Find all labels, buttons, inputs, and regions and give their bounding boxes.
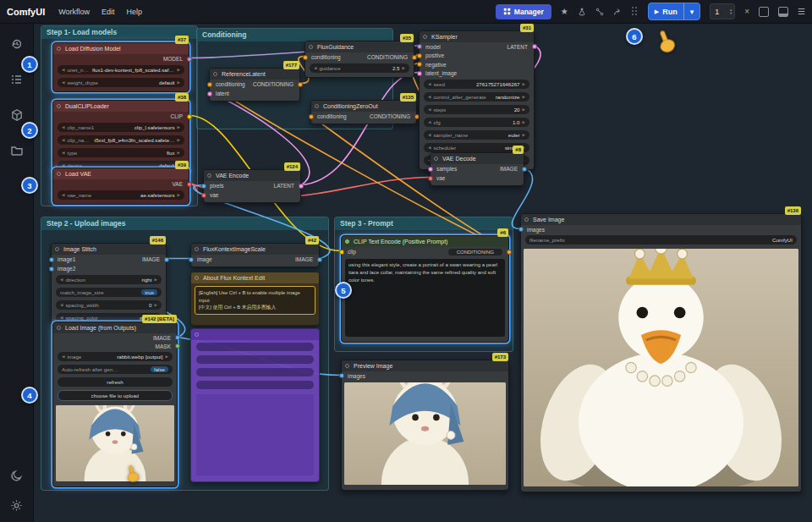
- group-conditioning-title[interactable]: Conditioning: [197, 29, 392, 41]
- widget-vae-name[interactable]: vae_name ae.safetensors: [58, 190, 184, 200]
- input-slot-image[interactable]: [189, 257, 194, 262]
- batch-count-stepper[interactable]: 1 ▴ ▾: [710, 3, 735, 19]
- menu-workflow[interactable]: Workflow: [58, 8, 90, 16]
- widget-filename-prefix[interactable]: filename_prefix ComfyUI: [525, 235, 797, 245]
- node-reference-latent[interactable]: #177 ReferenceLatent conditioning CONDIT…: [209, 68, 300, 102]
- refresh-button[interactable]: refresh: [58, 377, 173, 387]
- theme-toggle-moon-icon[interactable]: [10, 470, 23, 482]
- input-slot-images[interactable]: [339, 373, 344, 378]
- group-step2-title[interactable]: Step 2 - Upload images: [41, 217, 328, 230]
- input-slot-clip[interactable]: [339, 250, 344, 255]
- bottom-panel-icon[interactable]: [778, 7, 788, 17]
- run-button[interactable]: ▶ Run ▾: [648, 3, 700, 20]
- node-note-flux-kontext[interactable]: About Flux Kontext Edit [English] Use Ct…: [190, 272, 320, 326]
- node-flux-kontext-image-scale[interactable]: #42 FluxKontextImageScale image IMAGE: [190, 243, 320, 267]
- widget-clip-name2[interactable]: clip_name2 t5xxl_fp8_e4m3fn_scaled.safet…: [58, 135, 184, 145]
- widget-image-file[interactable]: image rabbit.webp [output]: [58, 352, 173, 361]
- output-slot-image[interactable]: [164, 257, 169, 262]
- node-title[interactable]: VAE Encode: [204, 170, 300, 181]
- output-slot-latent[interactable]: [299, 184, 304, 189]
- model-library-icon[interactable]: [10, 108, 24, 122]
- node-vae-encode[interactable]: #124 VAE Encode pixels LATENT vae: [203, 169, 301, 203]
- choose-file-button[interactable]: choose file to upload: [58, 390, 173, 401]
- node-title[interactable]: [191, 329, 319, 340]
- group-step1-title[interactable]: Step 1- Load models: [41, 26, 197, 39]
- node-vae-decode[interactable]: #8 VAE Decode samples IMAGE vae: [430, 152, 524, 186]
- output-slot-image[interactable]: [175, 335, 180, 340]
- decrement-icon[interactable]: ▾: [730, 12, 732, 15]
- menu-help[interactable]: Help: [127, 8, 143, 16]
- node-title[interactable]: FluxKontextImageScale: [191, 244, 319, 255]
- widget-match-image-size[interactable]: match_image_size true: [56, 288, 162, 297]
- input-slot-image1[interactable]: [49, 257, 54, 262]
- input-slot-model[interactable]: [417, 44, 422, 49]
- output-slot-latent[interactable]: [532, 44, 537, 49]
- widget-control-after-generate[interactable]: control_after_generate randomize: [424, 92, 529, 102]
- workflows-folder-icon[interactable]: [10, 144, 24, 157]
- input-slot-conditioning[interactable]: [309, 114, 314, 119]
- node-load-vae[interactable]: #39 Load VAE VAE vae_name ae.safetensors: [52, 168, 189, 205]
- group-step3-title[interactable]: Step 3 - Prompt: [335, 217, 513, 230]
- star-icon[interactable]: ★: [561, 8, 568, 16]
- widget-unet-name[interactable]: unet_name flux1-dev-kontext_fp8_scaled.s…: [58, 65, 184, 74]
- node-dual-clip-loader[interactable]: #38 DualCLIPLoader CLIP clip_name1 clip_…: [52, 100, 189, 175]
- input-slot-images[interactable]: [518, 227, 524, 232]
- node-title[interactable]: KSampler: [420, 31, 534, 42]
- input-slot-positive[interactable]: [417, 53, 422, 58]
- node-save-image[interactable]: #136 Save Image images filename_prefix C…: [520, 213, 802, 492]
- focus-mode-icon[interactable]: [759, 7, 769, 17]
- node-title[interactable]: ReferenceLatent: [210, 69, 299, 80]
- menu-edit[interactable]: Edit: [102, 8, 115, 16]
- output-slot-conditioning[interactable]: [298, 82, 303, 87]
- node-title[interactable]: CLIP Text Encode (Positive Prompt): [342, 236, 508, 247]
- node-title[interactable]: Preview Image: [342, 360, 508, 371]
- widget-muted[interactable]: [196, 368, 314, 376]
- node-title[interactable]: FluxGuidance: [305, 41, 414, 52]
- node-title[interactable]: Load Image (from Outputs): [53, 322, 177, 333]
- node-load-image-from-outputs[interactable]: #142 [BETA] Load Image (from Outputs) IM…: [52, 321, 178, 487]
- widget-muted[interactable]: [196, 343, 314, 351]
- widget-auto-refresh[interactable]: Auto-refresh after generation false: [58, 365, 173, 374]
- clear-queue-icon[interactable]: ×: [744, 8, 749, 16]
- node-load-diffusion-model[interactable]: #37 Load Diffusion Model MODEL unet_name…: [52, 42, 189, 92]
- queue-history-icon[interactable]: [10, 37, 24, 51]
- node-title[interactable]: ConditioningZeroOut: [311, 101, 416, 112]
- node-conditioning-zero-out[interactable]: #135 ConditioningZeroOut conditioning CO…: [310, 100, 417, 124]
- widget-spacing-width[interactable]: spacing_width 0: [56, 300, 162, 310]
- output-slot-vae[interactable]: [187, 182, 192, 187]
- flask-icon[interactable]: [578, 8, 586, 16]
- widget-guidance[interactable]: guidance 2.5: [310, 63, 409, 73]
- input-slot-latent-image[interactable]: [417, 71, 422, 76]
- manager-button[interactable]: Manager: [496, 4, 551, 19]
- node-graph-canvas[interactable]: Step 1- Load models Conditioning Step 2 …: [34, 24, 812, 522]
- node-title[interactable]: VAE Decode: [431, 153, 524, 164]
- node-title[interactable]: Image Stitch: [52, 244, 166, 255]
- input-slot-latent[interactable]: [207, 91, 212, 96]
- node-library-icon[interactable]: [10, 73, 24, 86]
- output-slot-image[interactable]: [317, 257, 322, 262]
- widget-seed[interactable]: seed 276175271646267: [424, 80, 529, 89]
- node-title[interactable]: Load VAE: [53, 168, 189, 179]
- input-slot-conditioning[interactable]: [207, 82, 212, 87]
- widget-sampler-name[interactable]: sampler_name euler: [424, 130, 529, 140]
- input-slot-conditioning[interactable]: [303, 55, 308, 60]
- prompt-textarea[interactable]: using this elegant style, create a portr…: [345, 259, 505, 337]
- node-title[interactable]: Save Image: [521, 214, 801, 225]
- input-slot-samples[interactable]: [428, 167, 433, 172]
- node-title[interactable]: DualCLIPLoader: [53, 101, 189, 112]
- output-slot-model[interactable]: [187, 57, 192, 62]
- widget-muted[interactable]: [196, 381, 314, 389]
- input-slot-negative[interactable]: [417, 62, 422, 67]
- node-clip-text-encode-positive[interactable]: #6 CLIP Text Encode (Positive Prompt) cl…: [341, 235, 509, 343]
- node-preview-image[interactable]: #173 Preview Image images: [341, 360, 509, 491]
- output-slot-clip[interactable]: [187, 114, 192, 119]
- hamburger-menu-icon[interactable]: ☰: [798, 8, 805, 16]
- widget-muted[interactable]: [196, 355, 314, 364]
- settings-gear-icon[interactable]: [10, 499, 23, 512]
- output-slot-conditioning[interactable]: [507, 250, 512, 255]
- share-icon[interactable]: [613, 8, 623, 16]
- widget-cfg[interactable]: cfg 1.0: [424, 118, 529, 127]
- widget-weight-dtype[interactable]: weight_dtype default: [58, 78, 184, 87]
- widget-direction[interactable]: direction right: [56, 275, 162, 284]
- grip-dots-icon[interactable]: [632, 7, 639, 17]
